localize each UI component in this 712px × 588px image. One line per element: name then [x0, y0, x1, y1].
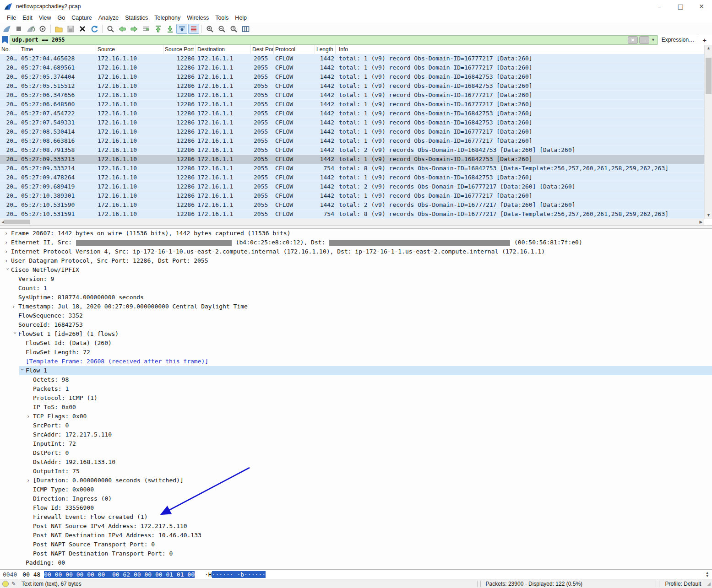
- tree-line[interactable]: Post NAPT Destination Transport Port: 0: [27, 549, 712, 558]
- tree-line[interactable]: Protocol: ICMP (1): [27, 394, 712, 403]
- tree-line[interactable]: IP ToS: 0x00: [27, 403, 712, 412]
- tree-line[interactable]: ICMP Type: 0x0000: [27, 485, 712, 494]
- menu-edit[interactable]: Edit: [19, 14, 36, 22]
- restart-capture-icon[interactable]: [25, 24, 36, 34]
- tree-line[interactable]: FlowSet Length: 72: [19, 348, 712, 357]
- menu-wireless[interactable]: Wireless: [184, 14, 212, 22]
- expander-right-icon[interactable]: ›: [5, 247, 11, 256]
- tree-line[interactable]: Post NAT Source IPv4 Address: 172.217.5.…: [27, 522, 712, 531]
- menu-tools[interactable]: Tools: [212, 14, 232, 22]
- packet-list-hscrollbar[interactable]: ◀ ▶: [0, 219, 704, 225]
- packet-row[interactable]: 20…05:27:07.454722172.16.1.1012286172.16…: [0, 109, 704, 118]
- colorize-toggle-icon[interactable]: [188, 24, 199, 34]
- tree-line[interactable]: SrcAddr: 172.217.5.110: [27, 430, 712, 439]
- close-file-icon[interactable]: [77, 24, 88, 34]
- zoom-out-icon[interactable]: [216, 24, 227, 34]
- zoom-100-icon[interactable]: [228, 24, 239, 34]
- tree-line[interactable]: Post NAPT Source Transport Port: 0: [27, 540, 712, 549]
- tree-line[interactable]: Post NAT Destination IPv4 Address: 10.46…: [27, 531, 712, 540]
- packet-row[interactable]: 20…05:27:05.374404172.16.1.1012286172.16…: [0, 72, 704, 81]
- scroll-up-icon[interactable]: ▲: [705, 45, 712, 52]
- udp-line[interactable]: ›User Datagram Protocol, Src Port: 12286…: [5, 256, 712, 265]
- firewall-event-line[interactable]: Firewall Event: Flow created (1): [27, 512, 712, 522]
- capture-comment-icon[interactable]: ✎: [11, 581, 16, 587]
- packet-row[interactable]: 20…05:27:09.689419172.16.1.1012286172.16…: [0, 182, 704, 191]
- ip-line[interactable]: ›Internet Protocol Version 4, Src: ip-17…: [5, 247, 712, 256]
- resize-grip-icon[interactable]: ◢: [707, 581, 711, 586]
- auto-scroll-toggle-icon[interactable]: [176, 24, 187, 34]
- tree-line[interactable]: SourceId: 16842753: [12, 320, 712, 329]
- hex-scroll-spinner-icon[interactable]: ▲▼: [706, 571, 708, 577]
- col-destination[interactable]: Destination: [196, 45, 251, 54]
- col-no[interactable]: No.: [0, 45, 18, 54]
- go-last-packet-icon[interactable]: [164, 24, 175, 34]
- expander-down-icon[interactable]: ›: [11, 331, 20, 338]
- tree-line[interactable]: Flow Id: 33556900: [27, 503, 712, 512]
- tree-line[interactable]: SrcPort: 0: [27, 421, 712, 430]
- packet-list-vscrollbar[interactable]: ▲ ▼: [704, 45, 712, 219]
- scroll-down-icon[interactable]: ▼: [705, 212, 712, 219]
- find-packet-icon[interactable]: [105, 24, 116, 34]
- tree-line[interactable]: SysUptime: 818774.000000000 seconds: [12, 293, 712, 302]
- col-info[interactable]: Info: [336, 45, 704, 54]
- tree-line[interactable]: Direction: Ingress (0): [27, 494, 712, 503]
- menu-go[interactable]: Go: [54, 14, 69, 22]
- pane-splitter[interactable]: [0, 225, 712, 229]
- template-frame-link[interactable]: [Template Frame: 20608 (received after t…: [19, 357, 712, 366]
- packet-row[interactable]: 20…05:27:04.465628172.16.1.1012286172.16…: [0, 54, 704, 63]
- menu-file[interactable]: File: [4, 14, 19, 22]
- filter-bookmark-icon[interactable]: [2, 36, 8, 43]
- netflow-line[interactable]: ›Cisco NetFlow/IPFIX: [5, 265, 712, 275]
- packet-row[interactable]: 20…05:27:10.531591172.16.1.1012286172.16…: [0, 210, 704, 219]
- expander-right-icon[interactable]: ›: [27, 412, 33, 421]
- menu-view[interactable]: View: [36, 14, 54, 22]
- expander-down-icon[interactable]: ›: [18, 368, 27, 374]
- expert-info-icon[interactable]: [2, 581, 9, 587]
- packet-row[interactable]: 20…05:27:09.478264172.16.1.1012286172.16…: [0, 173, 704, 182]
- packet-row[interactable]: 20…05:27:06.648500172.16.1.1012286172.16…: [0, 100, 704, 109]
- ethernet-line[interactable]: ›Ethernet II, Src: (b4:0c:25:e8:c0:12), …: [5, 238, 712, 247]
- tree-line[interactable]: FlowSet Id: (Data) (260): [19, 339, 712, 348]
- resize-columns-icon[interactable]: [240, 24, 251, 34]
- tree-line[interactable]: OutputInt: 75: [27, 467, 712, 476]
- packet-row[interactable]: 20…05:27:06.347656172.16.1.1012286172.16…: [0, 91, 704, 100]
- expander-right-icon[interactable]: ›: [5, 238, 11, 247]
- flow-1-line[interactable]: ›Flow 1: [19, 366, 712, 375]
- expander-right-icon[interactable]: ›: [5, 256, 11, 265]
- go-first-packet-icon[interactable]: [152, 24, 163, 34]
- status-profile[interactable]: Profile: Default: [661, 581, 706, 587]
- minimize-button[interactable]: –: [649, 0, 670, 13]
- packet-row[interactable]: 20…05:27:04.689561172.16.1.1012286172.16…: [0, 63, 704, 72]
- flowset-line[interactable]: ›FlowSet 1 [id=260] (1 flows): [12, 329, 712, 339]
- col-dest-port[interactable]: Dest Port: [251, 45, 274, 54]
- tree-line[interactable]: ›TCP Flags: 0x00: [27, 412, 712, 421]
- packet-row[interactable]: 20…05:27:08.791358172.16.1.1012286172.16…: [0, 146, 704, 155]
- capture-options-icon[interactable]: [37, 24, 48, 34]
- start-capture-icon[interactable]: [1, 24, 12, 34]
- packet-row[interactable]: 20…05:27:09.333213172.16.1.1012286172.16…: [0, 155, 704, 164]
- tree-line[interactable]: Padding: 00: [19, 558, 712, 567]
- menu-analyze[interactable]: Analyze: [95, 14, 122, 22]
- col-protocol[interactable]: Protocol: [274, 45, 315, 54]
- filter-apply-icon[interactable]: →: [639, 36, 649, 44]
- open-file-icon[interactable]: [53, 24, 64, 34]
- col-time[interactable]: Time: [18, 45, 96, 54]
- zoom-in-icon[interactable]: [204, 24, 215, 34]
- menu-capture[interactable]: Capture: [68, 14, 95, 22]
- vscroll-thumb[interactable]: [706, 58, 712, 94]
- packet-row[interactable]: 20…05:27:10.389301172.16.1.1012286172.16…: [0, 191, 704, 200]
- packet-row[interactable]: 20…05:27:07.549331172.16.1.1012286172.16…: [0, 118, 704, 127]
- tree-line[interactable]: ›[Duration: 0.000000000 seconds (switche…: [27, 476, 712, 485]
- add-filter-button[interactable]: +: [698, 36, 710, 44]
- tree-line[interactable]: Count: 1: [12, 284, 712, 293]
- reload-file-icon[interactable]: [89, 24, 100, 34]
- expander-right-icon[interactable]: ›: [27, 476, 33, 485]
- tree-line[interactable]: DstAddr: 192.168.133.10: [27, 458, 712, 467]
- frame-line[interactable]: ›Frame 20607: 1442 bytes on wire (11536 …: [5, 229, 712, 238]
- tree-line[interactable]: Packets: 1: [27, 384, 712, 394]
- display-filter-field[interactable]: ✕ → ▼: [10, 35, 658, 45]
- expander-right-icon[interactable]: ›: [12, 302, 18, 311]
- menu-help[interactable]: Help: [232, 14, 250, 22]
- save-file-icon[interactable]: [65, 24, 76, 34]
- expression-button[interactable]: Expression…: [658, 37, 698, 43]
